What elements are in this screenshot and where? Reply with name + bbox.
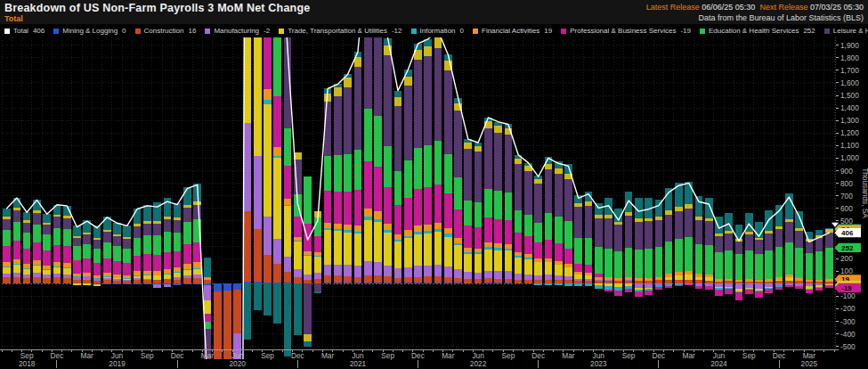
bar-segment — [364, 283, 372, 283]
axis-badge-label: 406 — [841, 229, 854, 237]
bar-segment — [53, 267, 61, 274]
bar-segment — [705, 286, 713, 290]
bar-segment — [244, 123, 252, 211]
y-tick-label: 1,800 — [840, 53, 859, 62]
bar-segment — [795, 278, 803, 281]
bar-segment — [695, 220, 703, 244]
bar-segment — [404, 230, 412, 235]
bar-segment — [33, 265, 41, 266]
bar-segment — [574, 238, 582, 263]
bar-segment — [444, 193, 452, 228]
bar-segment — [675, 284, 683, 285]
bar-segment — [494, 133, 502, 191]
bar-segment — [775, 226, 783, 229]
bar-segment — [264, 283, 272, 316]
bar-segment — [655, 277, 663, 280]
bar-segment — [665, 283, 673, 284]
bar-segment — [164, 198, 172, 217]
bar-segment — [284, 199, 292, 205]
bar-segment — [134, 226, 142, 238]
bar-segment — [515, 164, 523, 210]
bar-segment — [484, 250, 492, 271]
y-tick-label: 800 — [840, 179, 853, 188]
bar-segment — [324, 223, 332, 228]
x-tick-label: Dec — [51, 351, 64, 360]
bar-segment — [174, 217, 182, 220]
bar-segment — [645, 291, 653, 295]
bar-segment — [314, 279, 322, 283]
bar-segment — [434, 30, 442, 37]
bar-segment — [454, 245, 462, 269]
bar-segment — [464, 252, 472, 254]
bar-segment — [113, 281, 121, 284]
bar-segment — [334, 224, 342, 229]
bar-segment — [123, 280, 131, 281]
bar-segment — [614, 225, 622, 251]
bar-segment — [204, 277, 212, 281]
bar-segment — [595, 274, 603, 277]
bar-segment — [294, 283, 302, 335]
bar-segment — [123, 239, 131, 249]
bar-segment — [444, 283, 452, 283]
bar-segment — [344, 283, 352, 283]
bar-segment — [475, 283, 483, 284]
bar-segment — [614, 278, 622, 281]
bar-segment — [795, 286, 803, 290]
chart-svg[interactable]: -500-400-300-200-10001002003004005006007… — [0, 0, 868, 369]
bar-segment — [635, 288, 643, 290]
y-tick-label: 200 — [840, 254, 853, 263]
x-year-label: 2023 — [590, 359, 607, 368]
bar-segment — [604, 286, 612, 289]
bar-segment — [354, 232, 362, 234]
bar-segment — [314, 236, 322, 252]
bar-segment — [103, 283, 111, 284]
bar-segment — [164, 279, 172, 283]
bar-segment — [806, 282, 814, 283]
bar-segment — [675, 285, 683, 286]
y-tick-label: 100 — [840, 266, 853, 275]
bar-segment — [585, 275, 593, 279]
bar-segment — [103, 258, 111, 273]
bar-segment — [825, 282, 833, 283]
bar-segment — [183, 283, 191, 284]
bar-segment — [434, 37, 442, 48]
bar-segment — [645, 281, 653, 283]
bar-segment — [63, 267, 71, 268]
bar-segment — [273, 156, 281, 159]
bar-segment — [675, 183, 683, 207]
x-tick-label: Sep — [742, 351, 756, 360]
bar-segment — [695, 217, 703, 220]
bar-segment — [364, 220, 372, 261]
bar-segment — [23, 278, 31, 283]
bar-segment — [174, 220, 182, 233]
bar-segment — [183, 208, 191, 222]
bar-segment — [735, 289, 743, 291]
bar-segment — [354, 266, 362, 277]
bar-segment — [825, 248, 833, 279]
bar-segment — [545, 240, 553, 258]
bar-segment — [354, 150, 362, 190]
bar-segment — [394, 171, 402, 205]
bar-segment — [705, 245, 713, 275]
bar-segment — [745, 250, 753, 279]
bar-segment — [23, 264, 31, 268]
bar-segment — [585, 265, 593, 272]
bar-segment — [284, 257, 292, 272]
bar-segment — [334, 275, 342, 283]
bar-segment — [103, 230, 111, 232]
bar-segment — [524, 283, 532, 284]
bar-segment — [545, 275, 553, 280]
bar-segment — [3, 219, 11, 230]
bar-segment — [113, 278, 121, 279]
bar-segment — [534, 242, 542, 258]
bar-segment — [555, 168, 563, 174]
bar-segment — [564, 249, 572, 265]
bar-segment — [555, 283, 563, 285]
bar-segment — [83, 258, 91, 273]
bar-segment — [825, 279, 833, 282]
bar-segment — [625, 277, 633, 280]
bar-segment — [464, 248, 472, 252]
bar-segment — [204, 258, 212, 276]
bar-segment — [414, 189, 422, 226]
bar-segment — [264, 255, 272, 283]
